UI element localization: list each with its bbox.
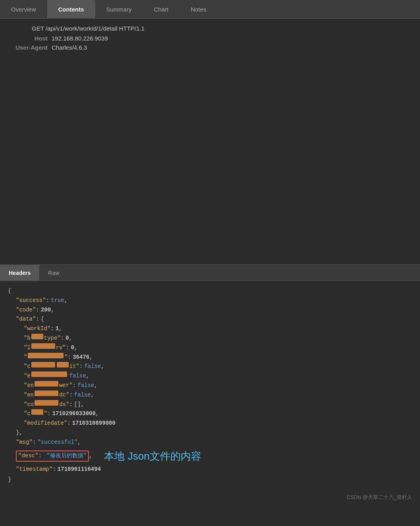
json-panel: { "success": true, "code": 200, "data": …	[0, 281, 420, 491]
header-host-value: 192.168.80.226:9039	[52, 35, 108, 42]
tab-overview[interactable]: Overview	[0, 0, 47, 18]
json-desc-line: "desc": "修改后的数据" , 本地 Json文件的内容	[8, 447, 412, 465]
header-useragent-row: User-Agent Charles/4.6.3	[8, 44, 412, 51]
desc-content: "desc": "修改后的数据" ,	[16, 451, 92, 462]
json-coids-line: "co ds": [],	[8, 400, 412, 410]
json-e1-line: "e false,	[8, 371, 412, 381]
request-line: GET /api/v1/work/workId/1/detail HTTP/1.…	[8, 25, 412, 32]
header-host-key: Host	[8, 35, 52, 42]
json-lrv-line: "l rv": 0,	[8, 343, 412, 353]
tab-contents[interactable]: Contents	[47, 0, 95, 18]
request-panel: GET /api/v1/work/workId/1/detail HTTP/1.…	[0, 19, 420, 265]
json-commit-line: "c it": false,	[8, 362, 412, 371]
json-code-line: "code": 200,	[8, 306, 412, 315]
json-e2-line: "en wer": false,	[8, 381, 412, 391]
desc-highlight-box: "desc": "修改后的数据"	[16, 451, 89, 462]
json-workid-line: "workId": 1,	[8, 324, 412, 334]
header-useragent-key: User-Agent	[8, 44, 52, 51]
json-btype-line: "b type": 0,	[8, 334, 412, 343]
json-redacted1-line: " ": 36476,	[8, 353, 412, 362]
bottom-tab-raw[interactable]: Raw	[39, 265, 68, 280]
tab-bar: Overview Contents Summary Chart Notes	[0, 0, 420, 19]
bottom-tab-bar: Headers Raw	[0, 265, 420, 281]
json-data-open-line: "data": {	[8, 315, 412, 324]
tab-summary[interactable]: Summary	[95, 0, 143, 18]
json-msg-line: "msg": "successful",	[8, 438, 412, 447]
json-open-brace: {	[8, 286, 412, 296]
header-host-row: Host 192.168.80.226:9039	[8, 35, 412, 42]
header-useragent-value: Charles/4.6.3	[52, 44, 87, 51]
json-modifiedate-line: "modifiedate": 1710310899000	[8, 419, 412, 428]
json-root-close-brace: }	[8, 474, 412, 485]
watermark: CSDN @天草二十六_简村人	[0, 491, 420, 504]
tab-chart[interactable]: Chart	[143, 0, 180, 18]
json-e3-line: "en dc": false,	[8, 391, 412, 400]
bottom-tab-headers[interactable]: Headers	[0, 265, 39, 280]
chinese-annotation-text: 本地 Json文件的内容	[104, 447, 201, 465]
json-createdate-line: "c ": 1710296933000,	[8, 409, 412, 419]
json-data-close-line: },	[8, 428, 412, 438]
tab-notes[interactable]: Notes	[179, 0, 217, 18]
json-timestamp-line: "timestamp": 1718961116494	[8, 465, 412, 474]
json-success-line: "success": true,	[8, 296, 412, 306]
